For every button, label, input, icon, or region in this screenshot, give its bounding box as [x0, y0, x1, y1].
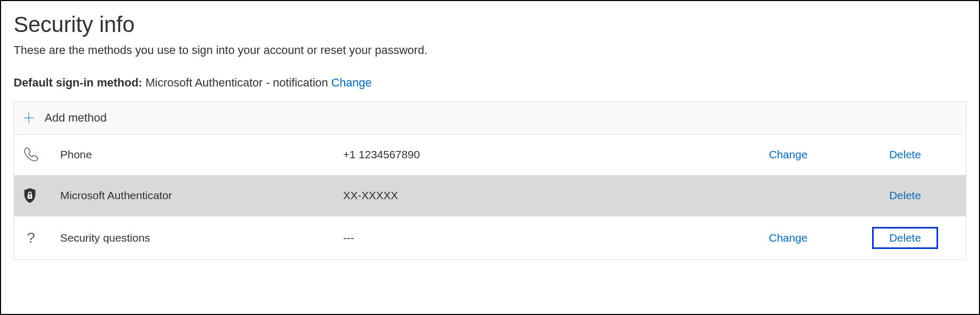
- method-delete-cell: Delete: [853, 227, 957, 249]
- svg-point-3: [29, 196, 31, 198]
- default-signin-label: Default sign-in method:: [14, 76, 142, 89]
- delete-link[interactable]: Delete: [889, 189, 921, 201]
- page-title: Security info: [14, 10, 966, 39]
- default-signin-value: Microsoft Authenticator - notification: [146, 76, 328, 89]
- method-change-cell: Change: [769, 232, 853, 244]
- method-delete-cell: Delete: [853, 189, 957, 202]
- shield-lock-icon: [23, 187, 37, 204]
- method-value: +1 1234567890: [343, 148, 769, 161]
- method-row: Phone+1 1234567890ChangeDelete: [14, 135, 966, 176]
- method-name: Phone: [60, 148, 343, 161]
- method-value: ---: [343, 232, 769, 244]
- method-value: XX-XXXXX: [343, 189, 769, 202]
- method-icon-cell: ?: [23, 230, 60, 246]
- phone-icon: [23, 146, 39, 163]
- default-signin-change-link[interactable]: Change: [331, 76, 371, 89]
- security-info-page: Security info These are the methods you …: [0, 0, 980, 315]
- question-icon: ?: [23, 230, 39, 246]
- method-row: ?Security questions---ChangeDelete: [14, 216, 966, 260]
- method-icon-cell: [23, 187, 60, 204]
- method-delete-cell: Delete: [853, 148, 957, 161]
- method-icon-cell: [23, 146, 60, 163]
- method-name: Security questions: [60, 232, 343, 244]
- delete-link[interactable]: Delete: [889, 148, 921, 160]
- plus-icon: [23, 112, 35, 124]
- change-link[interactable]: Change: [769, 232, 808, 244]
- change-link[interactable]: Change: [769, 148, 808, 160]
- method-row: Microsoft AuthenticatorXX-XXXXXDelete: [14, 176, 966, 216]
- delete-link[interactable]: Delete: [872, 227, 939, 249]
- add-method-button[interactable]: Add method: [14, 102, 966, 135]
- method-name: Microsoft Authenticator: [60, 189, 343, 202]
- default-signin-line: Default sign-in method: Microsoft Authen…: [14, 76, 966, 90]
- method-change-cell: Change: [769, 148, 853, 161]
- page-subtitle: These are the methods you use to sign in…: [14, 44, 966, 57]
- add-method-label: Add method: [45, 111, 107, 125]
- methods-panel: Add method Phone+1 1234567890ChangeDelet…: [14, 101, 966, 260]
